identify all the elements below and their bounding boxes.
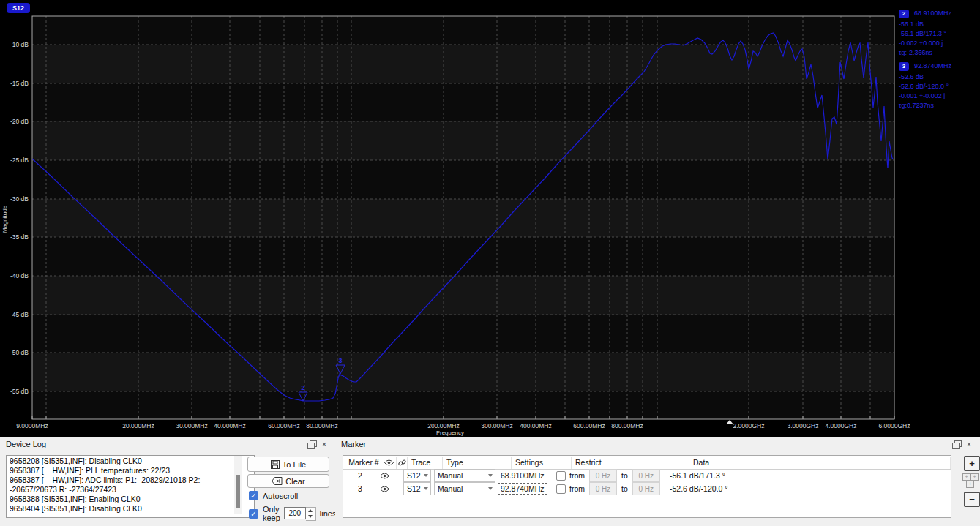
- log-scrollbar[interactable]: [234, 456, 242, 514]
- svg-text:-20 dB: -20 dB: [10, 118, 29, 125]
- log-line: 9658404 [SI5351,INF]: Disabling CLK0: [10, 504, 245, 514]
- keep-lines-spinner: 200: [284, 507, 316, 521]
- only-keep-row: ✓ Only keep 200 lines: [249, 505, 336, 522]
- svg-text:300.00MHz: 300.00MHz: [481, 422, 512, 429]
- svg-text:60.000MHz: 60.000MHz: [268, 422, 299, 429]
- s12-magnitude-plot[interactable]: -10 dB-15 dB-20 dB-25 dB-30 dB-35 dB-40 …: [0, 0, 980, 437]
- add-markers-at-peaks-button[interactable]: + + +: [962, 473, 980, 489]
- marker-row-3: 3 S12 Manual 92.8740MHz from 0 Hz to 0 H…: [343, 482, 951, 495]
- svg-text:-10 dB: -10 dB: [10, 41, 29, 48]
- log-output[interactable]: 9658208 [SI5351,INF]: Disabling CLK09658…: [6, 455, 255, 518]
- keep-lines-arrows[interactable]: [306, 507, 316, 521]
- device-log-title: Device Log: [6, 440, 46, 448]
- log-line: 9658387 [ HW,INF]: PLL temperatures: 22/…: [10, 466, 245, 476]
- only-keep-checkbox[interactable]: ✓: [249, 509, 258, 519]
- svg-text:9.0000MHz: 9.0000MHz: [16, 422, 48, 429]
- marker-table-header: Marker # Trace Type Settings Restrict Da…: [343, 456, 951, 470]
- visibility-toggle[interactable]: [377, 469, 392, 482]
- svg-text:2.0000GHz: 2.0000GHz: [733, 422, 765, 429]
- link-cell[interactable]: [392, 482, 402, 495]
- keep-lines-value[interactable]: 200: [284, 507, 306, 519]
- svg-text:-40 dB: -40 dB: [10, 272, 29, 279]
- svg-text:800.00MHz: 800.00MHz: [611, 422, 643, 429]
- save-icon: [271, 460, 280, 469]
- y-axis-title: Magnitude: [1, 198, 8, 241]
- header-type: Type: [443, 457, 512, 469]
- device-log-titlebar[interactable]: Device Log ×: [0, 437, 334, 451]
- svg-text:-45 dB: -45 dB: [10, 311, 29, 318]
- remove-marker-button[interactable]: −: [964, 492, 980, 507]
- marker2-frequency: 68.9100MHz: [914, 9, 951, 18]
- marker2-db: -56.1 dB: [899, 20, 978, 29]
- eye-icon: [380, 486, 389, 492]
- to-file-label: To File: [283, 460, 306, 469]
- svg-text:-25 dB: -25 dB: [10, 157, 29, 164]
- marker-row-2: 2 S12 Manual 68.9100MHz from 0 Hz to 0 H…: [343, 469, 951, 482]
- marker3-complex: -0.001 +-0.002 j: [899, 91, 978, 101]
- restrict-to-field[interactable]: 0 Hz: [632, 469, 660, 482]
- to-label: to: [621, 471, 628, 480]
- add-marker-button[interactable]: +: [964, 456, 980, 471]
- restrict-checkbox[interactable]: [556, 471, 566, 481]
- to-file-button[interactable]: To File: [247, 457, 329, 472]
- link-icon: [398, 459, 406, 467]
- svg-text:-15 dB: -15 dB: [10, 80, 29, 87]
- marker2-polar: -56.1 dB/171.3 °: [899, 29, 978, 39]
- restrict-checkbox[interactable]: [556, 484, 566, 494]
- from-label: from: [569, 471, 585, 480]
- chart-area: -10 dB-15 dB-20 dB-25 dB-30 dB-35 dB-40 …: [0, 0, 980, 437]
- sweep-position-pointer[interactable]: [726, 420, 733, 424]
- close-panel-icon[interactable]: ×: [319, 439, 329, 449]
- log-line: 9658387 [ HW,INF]: ADC limits: P1: -2082…: [10, 476, 245, 495]
- clear-button[interactable]: Clear: [247, 474, 329, 488]
- trace-select[interactable]: S12: [403, 482, 431, 495]
- spin-down-icon[interactable]: [308, 515, 313, 518]
- restrict-from-field[interactable]: 0 Hz: [589, 482, 617, 495]
- header-marker-number: Marker #: [343, 457, 381, 469]
- x-axis-title: Frequency: [427, 429, 474, 436]
- log-line: 9658208 [SI5351,INF]: Disabling CLK0: [10, 457, 245, 466]
- marker3-frequency: 92.8740MHz: [914, 61, 951, 71]
- marker-frequency-setting[interactable]: 68.9100MHz: [497, 471, 545, 480]
- svg-text:-55 dB: -55 dB: [10, 388, 29, 395]
- log-scrollbar-thumb[interactable]: [236, 475, 240, 508]
- trace-badge-s12[interactable]: S12: [7, 3, 30, 13]
- autoscroll-checkbox[interactable]: ✓: [249, 491, 258, 500]
- type-select[interactable]: Manual: [434, 482, 495, 495]
- chevron-down-icon: [486, 474, 495, 477]
- trace-select[interactable]: S12: [403, 469, 431, 482]
- marker-number: 2: [343, 469, 377, 482]
- spin-up-icon[interactable]: [308, 509, 313, 512]
- chevron-down-icon: [422, 474, 430, 477]
- only-keep-label: Only keep: [263, 505, 280, 522]
- autoscroll-row: ✓ Autoscroll: [249, 491, 298, 500]
- link-cell[interactable]: [392, 469, 402, 482]
- float-panel-icon[interactable]: [307, 440, 316, 448]
- header-trace: Trace: [408, 457, 443, 469]
- svg-text:40.000MHz: 40.000MHz: [214, 422, 245, 429]
- close-panel-icon[interactable]: ×: [964, 439, 974, 449]
- marker-frequency-input-focused[interactable]: 92.8740MHz: [498, 483, 547, 495]
- svg-text:20.000MHz: 20.000MHz: [122, 422, 154, 429]
- marker-titlebar[interactable]: Marker ×: [335, 437, 980, 451]
- svg-text:3: 3: [338, 357, 342, 364]
- restrict-from-field[interactable]: 0 Hz: [589, 469, 617, 482]
- svg-text:-30 dB: -30 dB: [10, 195, 29, 203]
- marker2-group-delay: τg:-2.366ns: [899, 48, 978, 58]
- marker-data-value: -52.6 dB/-120.0 °: [666, 484, 728, 493]
- svg-text:80.000MHz: 80.000MHz: [306, 422, 337, 429]
- restrict-to-field[interactable]: 0 Hz: [632, 482, 660, 495]
- float-panel-icon[interactable]: [952, 440, 961, 448]
- clear-label: Clear: [285, 477, 304, 486]
- app-window: { "chart": { "s_param_badge": "S12", "x_…: [0, 0, 980, 526]
- marker3-badge: 3: [899, 62, 909, 71]
- visibility-toggle[interactable]: [377, 482, 392, 495]
- from-label: from: [569, 484, 585, 493]
- autoscroll-label: Autoscroll: [263, 492, 298, 500]
- marker3-polar: -52.6 dB/-120.0 °: [899, 82, 978, 91]
- type-select[interactable]: Manual: [434, 469, 495, 482]
- svg-text:6.0000GHz: 6.0000GHz: [879, 422, 910, 429]
- header-restrict: Restrict: [572, 457, 689, 469]
- marker-table: Marker # Trace Type Settings Restrict Da…: [343, 455, 951, 518]
- marker2-info-block: 2 68.9100MHz -56.1 dB -56.1 dB/171.3 ° -…: [899, 9, 978, 58]
